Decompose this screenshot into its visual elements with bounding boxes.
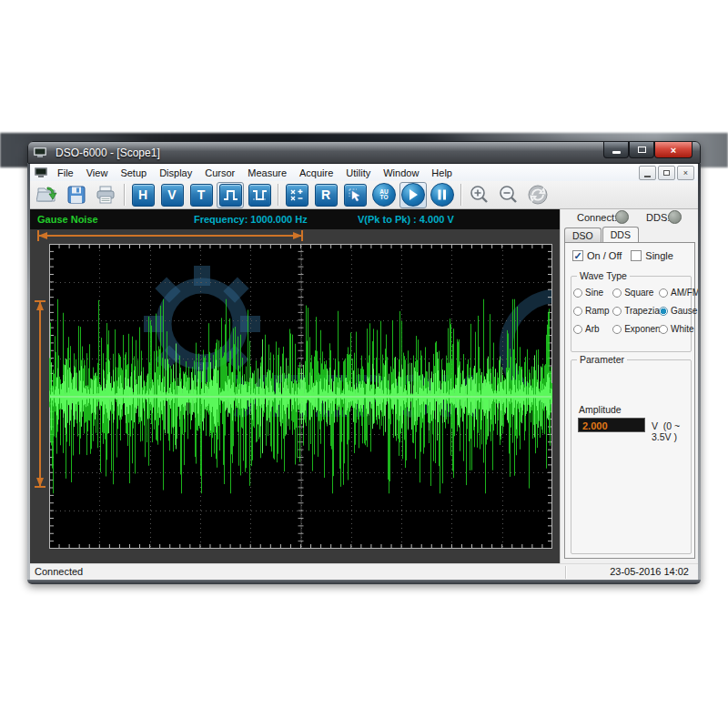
amplitude-unit: V bbox=[652, 420, 658, 431]
amplitude-label: Amplitude bbox=[579, 404, 622, 415]
scope-column: Gause Noise Frequency: 1000.000 Hz V(Pk … bbox=[30, 209, 560, 563]
titlebar[interactable]: DSO-6000 - [Scope1] × bbox=[27, 141, 701, 164]
rise-edge-trigger-button[interactable] bbox=[217, 182, 244, 208]
mdi-buttons: × bbox=[639, 166, 694, 180]
window-right-frame bbox=[698, 164, 701, 580]
close-button[interactable]: × bbox=[654, 142, 693, 158]
trigger-settings-button[interactable]: T bbox=[187, 182, 215, 208]
horizontal-period-marker[interactable] bbox=[35, 230, 305, 241]
menu-help[interactable]: Help bbox=[425, 166, 459, 180]
caption-buttons: × bbox=[603, 142, 693, 158]
side-panel: Connect: DDS: DSO DDS ✓ On / Off Single bbox=[560, 209, 698, 563]
menu-acquire[interactable]: Acquire bbox=[293, 166, 339, 180]
cursor-measure-button[interactable] bbox=[341, 182, 369, 208]
radio-wave-square[interactable]: Square bbox=[612, 288, 659, 298]
on-off-checkbox[interactable]: ✓ bbox=[572, 250, 583, 261]
window-left-frame bbox=[27, 164, 30, 580]
sync-button[interactable] bbox=[524, 182, 551, 208]
radio-icon bbox=[612, 307, 622, 316]
run-button[interactable] bbox=[399, 182, 427, 208]
radio-wave-arb[interactable]: Arb bbox=[573, 324, 612, 334]
radio-label: Arb bbox=[585, 324, 600, 334]
printer-icon bbox=[95, 185, 116, 205]
fall-pulse-icon bbox=[248, 184, 271, 207]
h-icon: H bbox=[132, 184, 155, 207]
app-icon bbox=[34, 147, 46, 157]
maximize-icon bbox=[638, 147, 646, 153]
radio-icon bbox=[659, 288, 668, 298]
scope-window-icon bbox=[35, 167, 47, 177]
radio-icon bbox=[573, 325, 582, 334]
toolbar: H V T bbox=[30, 181, 698, 209]
radio-wave-gause[interactable]: Gause bbox=[659, 306, 689, 316]
mdi-restore-button[interactable] bbox=[658, 166, 675, 180]
menu-utility[interactable]: Utility bbox=[339, 166, 377, 180]
minimize-button[interactable] bbox=[603, 142, 629, 158]
mdi-minimize-button[interactable] bbox=[639, 166, 656, 180]
vertical-amplitude-marker[interactable] bbox=[34, 298, 46, 490]
wave-type-grid: SineSquareAM/FMRampTrapeziaGauseArbExpon… bbox=[571, 277, 691, 334]
toolbar-separator bbox=[124, 184, 125, 206]
open-button[interactable] bbox=[34, 182, 61, 208]
radio-icon bbox=[659, 325, 668, 334]
dds-tab-page: ✓ On / Off Single Wave Type SineSquareAM… bbox=[564, 242, 695, 559]
wave-type-group: Wave Type SineSquareAM/FMRampTrapeziaGau… bbox=[571, 276, 692, 352]
radio-wave-ramp[interactable]: Ramp bbox=[573, 306, 612, 316]
fall-edge-trigger-button[interactable] bbox=[246, 182, 273, 208]
page-background: DSO-6000 - [Scope1] × FileViewSetupDispl… bbox=[0, 0, 728, 728]
menu-cursor[interactable]: Cursor bbox=[198, 166, 241, 180]
maximize-button[interactable] bbox=[629, 142, 654, 158]
auto-set-button[interactable]: AUTO bbox=[370, 182, 398, 208]
radio-wave-amfm[interactable]: AM/FM bbox=[659, 288, 689, 298]
scope-display[interactable] bbox=[30, 229, 560, 563]
single-checkbox[interactable] bbox=[631, 250, 642, 261]
radio-wave-sine[interactable]: Sine bbox=[573, 288, 612, 298]
menu-setup[interactable]: Setup bbox=[114, 166, 153, 180]
radio-icon bbox=[612, 325, 622, 334]
tab-dds[interactable]: DDS bbox=[602, 227, 639, 243]
close-icon: × bbox=[671, 145, 676, 156]
window-bottom-frame bbox=[27, 580, 701, 584]
menu-items: FileViewSetupDisplayCursorMeasureAcquire… bbox=[51, 166, 459, 180]
math-button[interactable] bbox=[283, 182, 310, 208]
math-icon bbox=[286, 184, 308, 207]
tab-dso[interactable]: DSO bbox=[564, 228, 602, 242]
radio-label: Trapezia bbox=[624, 306, 660, 316]
connect-indicator-led bbox=[615, 210, 629, 224]
horizontal-settings-button[interactable]: H bbox=[129, 182, 157, 208]
radio-label: Square bbox=[624, 288, 653, 298]
zoom-in-button[interactable] bbox=[466, 182, 493, 208]
connection-status: Connected bbox=[35, 566, 83, 577]
amplitude-unit-range: V (0 ~ 3.5V ) bbox=[652, 420, 691, 442]
vertical-settings-button[interactable]: V bbox=[158, 182, 186, 208]
pause-icon bbox=[430, 183, 454, 207]
refresh-r-button[interactable]: R bbox=[312, 182, 339, 208]
pause-button[interactable] bbox=[429, 182, 456, 208]
radio-wave-exponent[interactable]: Exponent bbox=[612, 324, 659, 334]
mdi-close-button[interactable]: × bbox=[677, 166, 694, 180]
frequency-readout: Frequency: 1000.000 Hz bbox=[194, 214, 308, 225]
menu-display[interactable]: Display bbox=[153, 166, 198, 180]
radio-wave-trapezia[interactable]: Trapezia bbox=[612, 306, 659, 316]
statusbar: Connected 23-05-2016 14:02 bbox=[30, 563, 698, 581]
menu-view[interactable]: View bbox=[80, 166, 115, 180]
dds-label: DDS: bbox=[646, 212, 670, 223]
radio-label: Exponent bbox=[624, 324, 662, 334]
radio-wave-white[interactable]: White bbox=[659, 324, 689, 334]
menu-file[interactable]: File bbox=[51, 166, 80, 180]
play-icon bbox=[401, 183, 425, 207]
zoom-out-button[interactable] bbox=[495, 182, 522, 208]
h-label: H bbox=[138, 187, 147, 202]
radio-label: White bbox=[671, 324, 694, 334]
radio-label: AM/FM bbox=[671, 288, 700, 298]
mdi-close-icon: × bbox=[683, 168, 688, 177]
menu-measure[interactable]: Measure bbox=[241, 166, 293, 180]
radio-icon bbox=[659, 307, 668, 316]
t-label: T bbox=[197, 187, 206, 202]
amplitude-input[interactable]: 2.000 bbox=[578, 418, 645, 432]
connect-label: Connect: bbox=[577, 212, 617, 223]
print-button[interactable] bbox=[92, 182, 119, 208]
parameter-title: Parameter bbox=[577, 354, 627, 365]
menu-window[interactable]: Window bbox=[377, 166, 425, 180]
save-button[interactable] bbox=[63, 182, 90, 208]
